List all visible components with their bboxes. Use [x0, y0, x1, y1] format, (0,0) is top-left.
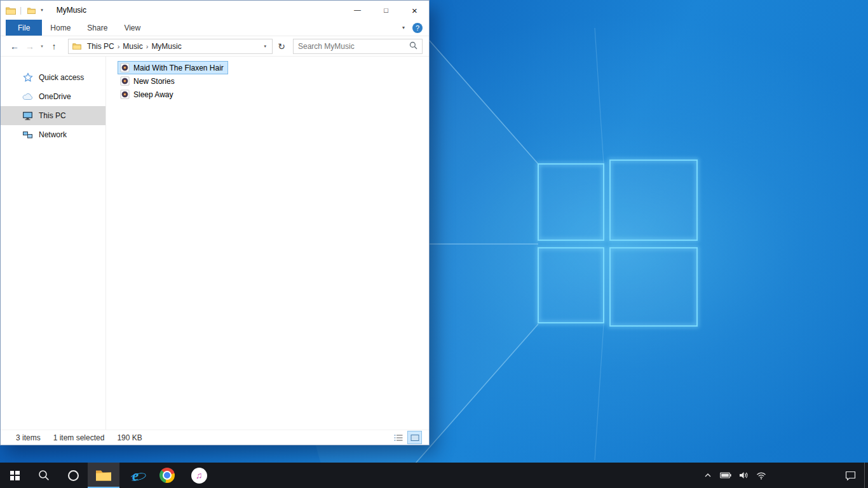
status-selection: 1 item selected	[53, 433, 105, 442]
status-size: 190 KB	[117, 433, 142, 442]
large-icons-view-icon	[410, 434, 419, 442]
chevron-up-icon	[704, 473, 712, 478]
forward-button[interactable]: →	[22, 41, 37, 51]
breadcrumb-mymusic[interactable]: MyMusic	[149, 42, 183, 51]
help-button[interactable]: ?	[412, 23, 423, 33]
window-body: Quick access OneDrive This PC	[1, 57, 429, 430]
search-icon[interactable]	[409, 41, 417, 51]
file-explorer-icon	[95, 469, 112, 482]
action-center-button[interactable]	[836, 463, 864, 488]
back-button[interactable]: ←	[7, 41, 22, 51]
file-row[interactable]: Sleep Away	[118, 88, 178, 101]
file-name: New Stories	[133, 77, 175, 86]
title-bar[interactable]: | ▾ MyMusic — □ ×	[1, 1, 429, 20]
show-desktop-button[interactable]	[864, 463, 868, 488]
maximize-button[interactable]: □	[372, 1, 400, 20]
desktop: | ▾ MyMusic — □ × File Home Share View ▾…	[0, 0, 868, 488]
music-file-icon	[120, 63, 130, 72]
network-status[interactable]	[752, 463, 770, 488]
wifi-icon	[756, 471, 766, 480]
address-bar: ← → ▾ ↑ This PC › Music › MyMusic ▾ ↻	[1, 36, 429, 57]
battery-icon	[720, 472, 731, 478]
action-center-icon	[845, 471, 856, 480]
tab-view[interactable]: View	[116, 20, 149, 36]
qat-dropdown-icon[interactable]: ▾	[41, 8, 43, 13]
taskbar-internet-explorer-button[interactable]: e	[119, 463, 151, 488]
navigation-pane: Quick access OneDrive This PC	[1, 57, 106, 430]
sidebar-item-label: This PC	[39, 111, 66, 120]
details-view-icon	[394, 434, 403, 442]
taskbar-search-button[interactable]	[29, 463, 58, 488]
chrome-icon	[159, 468, 175, 483]
address-folder-icon	[72, 43, 81, 50]
cloud-icon	[22, 93, 33, 100]
qat-folder-icon[interactable]	[27, 7, 36, 14]
breadcrumb-this-pc[interactable]: This PC	[85, 42, 116, 51]
file-row[interactable]: New Stories	[118, 74, 179, 88]
tab-share[interactable]: Share	[79, 20, 116, 36]
file-explorer-window: | ▾ MyMusic — □ × File Home Share View ▾…	[0, 0, 430, 445]
close-button[interactable]: ×	[400, 1, 429, 20]
details-view-button[interactable]	[391, 431, 405, 444]
taskbar-empty-area	[770, 463, 836, 488]
cortana-button[interactable]	[58, 463, 88, 488]
status-bar: 3 items 1 item selected 190 KB	[1, 430, 429, 445]
sidebar-item-quick-access[interactable]: Quick access	[1, 68, 105, 87]
up-button[interactable]: ↑	[46, 41, 62, 51]
address-dropdown-icon[interactable]: ▾	[261, 44, 269, 49]
address-box[interactable]: This PC › Music › MyMusic ▾	[68, 39, 273, 54]
battery-status[interactable]	[717, 463, 735, 488]
sidebar-item-label: OneDrive	[39, 92, 71, 101]
taskbar-file-explorer-button[interactable]	[88, 463, 119, 488]
folder-icon	[6, 6, 16, 15]
titlebar-separator: |	[20, 6, 22, 15]
cortana-icon	[68, 470, 79, 481]
music-file-icon	[120, 76, 130, 86]
breadcrumb-music[interactable]: Music	[121, 42, 144, 51]
speaker-icon	[739, 471, 749, 479]
system-tray	[699, 463, 868, 488]
sidebar-item-this-pc[interactable]: This PC	[1, 106, 105, 125]
itunes-icon: ♫	[191, 468, 207, 484]
expand-ribbon-icon[interactable]: ▾	[402, 25, 405, 30]
ribbon-tabs: File Home Share View ▾ ?	[1, 20, 429, 36]
search-input[interactable]	[298, 42, 409, 51]
breadcrumb-separator: ›	[116, 43, 121, 50]
tray-expand-button[interactable]	[699, 463, 717, 488]
internet-explorer-icon: e	[132, 468, 139, 483]
sidebar-item-label: Network	[39, 130, 67, 139]
taskbar-itunes-button[interactable]: ♫	[183, 463, 215, 488]
large-icons-view-button[interactable]	[408, 431, 421, 444]
volume-status[interactable]	[735, 463, 752, 488]
search-icon	[38, 470, 50, 481]
sidebar-item-onedrive[interactable]: OneDrive	[1, 87, 105, 106]
minimize-button[interactable]: —	[343, 1, 372, 20]
network-icon	[22, 131, 33, 139]
status-item-count: 3 items	[16, 433, 41, 442]
window-title: MyMusic	[57, 6, 86, 15]
sidebar-item-network[interactable]: Network	[1, 125, 105, 144]
file-row[interactable]: Maid With The Flaxen Hair	[118, 61, 228, 74]
taskbar-chrome-button[interactable]	[151, 463, 183, 488]
recent-locations-icon[interactable]: ▾	[37, 44, 46, 49]
start-button[interactable]	[0, 463, 29, 488]
tab-file[interactable]: File	[6, 20, 42, 36]
sidebar-item-label: Quick access	[39, 73, 84, 82]
file-list: Maid With The Flaxen Hair New Stories Sl…	[106, 57, 429, 430]
file-name: Sleep Away	[133, 90, 173, 99]
windows-logo-icon	[10, 471, 20, 480]
taskbar: e ♫	[0, 463, 868, 488]
tab-home[interactable]: Home	[42, 20, 79, 36]
computer-icon	[22, 111, 33, 121]
star-icon	[22, 72, 33, 83]
search-box	[293, 39, 423, 54]
file-name: Maid With The Flaxen Hair	[133, 64, 224, 72]
music-file-icon	[120, 90, 130, 99]
refresh-button[interactable]: ↻	[273, 41, 290, 51]
breadcrumb-separator: ›	[145, 43, 150, 50]
